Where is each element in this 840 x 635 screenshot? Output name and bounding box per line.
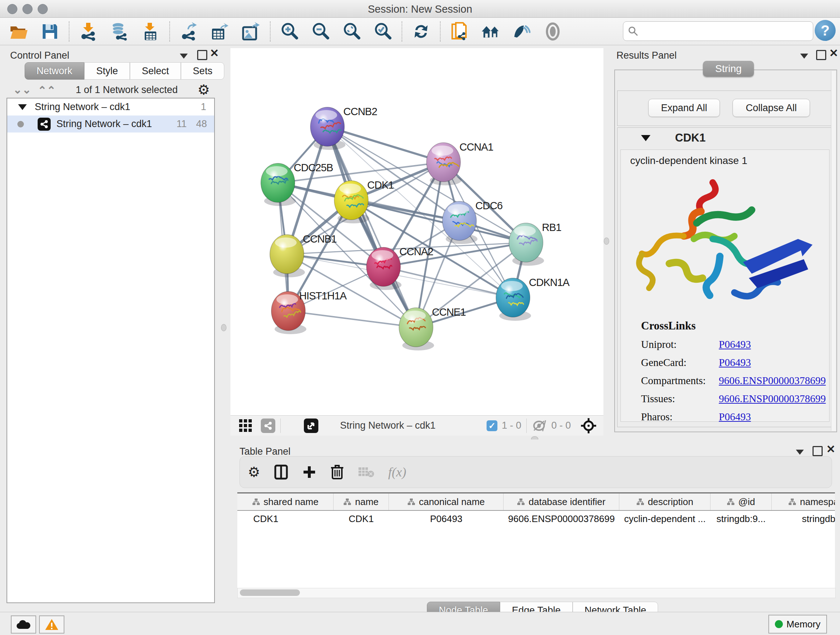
right-splitter-handle[interactable] xyxy=(604,238,609,245)
network-label: String Network – cdk1 xyxy=(57,119,152,130)
table-options-gear-icon[interactable]: ⚙ xyxy=(248,465,260,479)
memory-button[interactable]: Memory xyxy=(768,615,827,633)
table-cell[interactable]: cyclin-dependent ... xyxy=(619,511,711,527)
collapse-all-button[interactable]: Collapse All xyxy=(733,99,810,117)
add-column-icon[interactable] xyxy=(302,465,317,479)
gene-header[interactable]: CDK1 xyxy=(617,128,832,148)
network-node-cdk1[interactable] xyxy=(334,181,369,223)
table-cell[interactable]: CDK1 xyxy=(333,511,389,527)
tab-sets[interactable]: Sets xyxy=(181,62,224,80)
fit-crosshair-icon[interactable] xyxy=(580,417,597,434)
table-panel-menu-icon[interactable] xyxy=(796,450,804,455)
gene-section: CDK1 cyclin-dependent kinase 1 xyxy=(617,127,833,427)
zoom-in-button[interactable] xyxy=(280,22,299,41)
results-panel-close-icon[interactable]: ✕ xyxy=(829,49,838,57)
save-session-button[interactable] xyxy=(41,22,59,41)
toggle-glass-button[interactable] xyxy=(512,22,531,41)
crosslink-compartments-link[interactable]: 9606.ENSP00000378699 xyxy=(719,375,826,386)
crosslink-pharos-link[interactable]: P06493 xyxy=(719,411,751,423)
zoom-selected-button[interactable] xyxy=(373,22,392,41)
network-node-cdc25b[interactable] xyxy=(261,163,296,206)
hidden-eye-slash-icon[interactable] xyxy=(532,420,548,432)
network-edge[interactable] xyxy=(384,267,513,298)
network-canvas[interactable]: CCNB2CCNA1CDC25BCDK1CDC6RB1CCNB1CCNA2CDK… xyxy=(231,48,603,415)
network-node-ccne1[interactable] xyxy=(399,308,434,350)
table-cell[interactable]: stringdb xyxy=(772,511,835,527)
column-header-shared-name[interactable]: shared name xyxy=(237,494,333,510)
table-panel-float-icon[interactable] xyxy=(813,446,823,456)
table-cell[interactable]: stringdb:9... xyxy=(711,511,772,527)
collapse-all-networks-icon[interactable]: ⌄⌄ xyxy=(13,86,31,93)
selected-checkbox-icon[interactable]: ✓ xyxy=(486,420,497,431)
results-panel-menu-icon[interactable] xyxy=(800,54,808,59)
gene-expander-icon[interactable] xyxy=(641,135,651,141)
results-panel-float-icon[interactable] xyxy=(816,50,826,60)
column-header-database-identifier[interactable]: database identifier xyxy=(504,494,619,510)
column-header-namespace[interactable]: namespace xyxy=(772,494,835,510)
table-cell[interactable]: P06493 xyxy=(389,511,504,527)
results-scrollbar[interactable] xyxy=(831,71,836,431)
cloud-status-button[interactable] xyxy=(11,616,36,633)
export-table-button[interactable] xyxy=(210,22,229,41)
zoom-fit-button[interactable] xyxy=(342,22,361,41)
global-search-field[interactable] xyxy=(623,21,813,41)
birdseye-grid-icon[interactable] xyxy=(238,418,253,433)
column-header-canonical-name[interactable]: canonical name xyxy=(389,494,504,510)
warnings-button[interactable] xyxy=(39,616,65,633)
open-in-browser-icon[interactable] xyxy=(304,418,318,433)
expand-all-button[interactable]: Expand All xyxy=(648,99,720,117)
home-button[interactable] xyxy=(481,22,500,41)
clone-network-button[interactable] xyxy=(450,22,469,41)
help-button[interactable]: ? xyxy=(815,20,836,41)
network-share-toggle-icon[interactable] xyxy=(261,418,275,433)
network-node-ccna2[interactable] xyxy=(366,247,401,290)
table-cell[interactable]: 9606.ENSP00000378699 xyxy=(504,511,619,527)
tab-style[interactable]: Style xyxy=(84,62,130,80)
table-row[interactable]: CDK1CDK1P064939606.ENSP00000378699cyclin… xyxy=(237,511,835,527)
control-panel-menu-icon[interactable] xyxy=(180,54,188,59)
network-node-rb1[interactable] xyxy=(509,223,544,266)
column-header--id[interactable]: @id xyxy=(711,494,772,510)
network-node-ccnb1[interactable] xyxy=(270,234,305,277)
table-hscrollbar[interactable] xyxy=(237,588,836,598)
collection-expander-icon[interactable] xyxy=(18,104,27,110)
tab-select[interactable]: Select xyxy=(130,62,181,80)
import-network-from-database-button[interactable] xyxy=(110,22,129,41)
table-cell[interactable]: CDK1 xyxy=(237,511,333,527)
column-header-description[interactable]: description xyxy=(619,494,711,510)
import-network-file-button[interactable] xyxy=(79,22,98,41)
network-node-cdc6[interactable] xyxy=(442,201,477,244)
column-header-name[interactable]: name xyxy=(333,494,389,510)
control-panel-float-icon[interactable] xyxy=(197,50,207,60)
network-collection-row[interactable]: String Network – cdk1 1 xyxy=(7,98,214,116)
export-image-button[interactable] xyxy=(242,22,261,41)
crosslink-genecard-link[interactable]: P06493 xyxy=(719,356,751,369)
refresh-button[interactable] xyxy=(412,22,431,41)
delete-column-icon[interactable] xyxy=(330,464,344,480)
network-node-ccnb2[interactable] xyxy=(310,107,346,150)
string-network-graph[interactable]: CCNB2CCNA1CDC25BCDK1CDC6RB1CCNB1CCNA2CDK… xyxy=(231,48,603,415)
control-panel-close-icon[interactable]: ✕ xyxy=(210,49,219,57)
network-edge[interactable] xyxy=(288,311,416,327)
network-node-cdkn1a[interactable] xyxy=(496,278,531,321)
network-options-gear-icon[interactable]: ⚙ xyxy=(197,83,210,97)
open-session-button[interactable] xyxy=(9,22,28,41)
zoom-out-button[interactable] xyxy=(311,22,330,41)
show-columns-icon[interactable] xyxy=(274,464,288,480)
show-hide-button[interactable] xyxy=(543,22,562,41)
crosslink-uniprot-link[interactable]: P06493 xyxy=(719,339,751,350)
network-node-ccna1[interactable] xyxy=(426,143,462,185)
node-label-cdc6: CDC6 xyxy=(475,200,502,211)
tab-network[interactable]: Network xyxy=(25,62,84,80)
network-row-selected[interactable]: String Network – cdk1 11 48 xyxy=(7,116,214,133)
export-network-button[interactable] xyxy=(180,22,198,41)
control-panel-tabs: Network Style Select Sets xyxy=(25,62,224,80)
import-table-button[interactable] xyxy=(141,22,160,41)
tab-string[interactable]: String xyxy=(703,61,754,77)
table-panel-close-icon[interactable]: ✕ xyxy=(826,445,835,453)
search-input[interactable] xyxy=(638,25,808,37)
left-splitter-handle[interactable] xyxy=(221,324,226,331)
expand-all-networks-icon[interactable]: ⌄⌄ xyxy=(38,86,56,93)
zoom-fit-icon xyxy=(342,22,361,41)
crosslink-tissues-link[interactable]: 9606.ENSP00000378699 xyxy=(719,393,826,405)
